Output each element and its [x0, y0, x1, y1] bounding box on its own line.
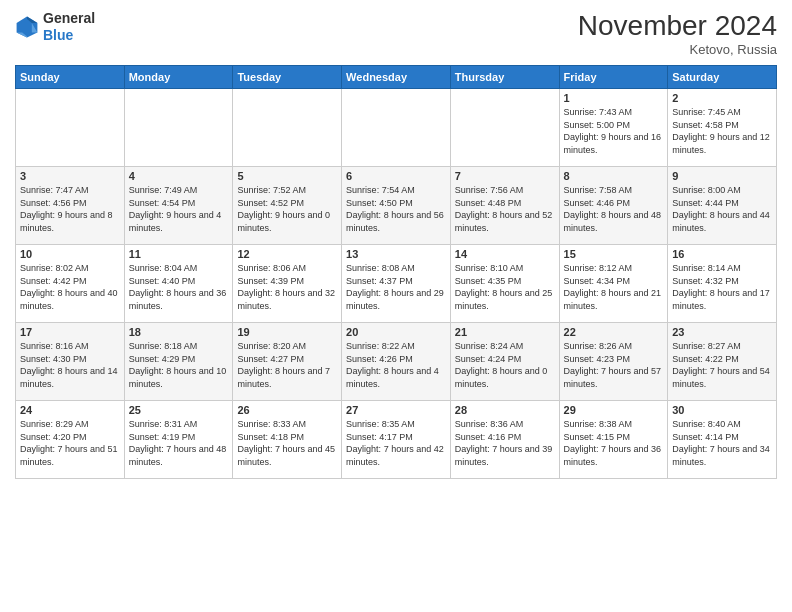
- day-info: Sunrise: 7:58 AM Sunset: 4:46 PM Dayligh…: [564, 184, 664, 234]
- calendar-cell: 19Sunrise: 8:20 AM Sunset: 4:27 PM Dayli…: [233, 323, 342, 401]
- logo: General Blue: [15, 10, 95, 44]
- week-row-1: 1Sunrise: 7:43 AM Sunset: 5:00 PM Daylig…: [16, 89, 777, 167]
- day-number: 8: [564, 170, 664, 182]
- calendar-cell: 7Sunrise: 7:56 AM Sunset: 4:48 PM Daylig…: [450, 167, 559, 245]
- calendar-cell: 14Sunrise: 8:10 AM Sunset: 4:35 PM Dayli…: [450, 245, 559, 323]
- day-info: Sunrise: 8:24 AM Sunset: 4:24 PM Dayligh…: [455, 340, 555, 390]
- day-info: Sunrise: 8:12 AM Sunset: 4:34 PM Dayligh…: [564, 262, 664, 312]
- calendar-cell: 10Sunrise: 8:02 AM Sunset: 4:42 PM Dayli…: [16, 245, 125, 323]
- calendar-cell: 18Sunrise: 8:18 AM Sunset: 4:29 PM Dayli…: [124, 323, 233, 401]
- day-number: 10: [20, 248, 120, 260]
- calendar-cell: [342, 89, 451, 167]
- day-info: Sunrise: 8:27 AM Sunset: 4:22 PM Dayligh…: [672, 340, 772, 390]
- calendar-cell: 27Sunrise: 8:35 AM Sunset: 4:17 PM Dayli…: [342, 401, 451, 479]
- calendar-cell: 22Sunrise: 8:26 AM Sunset: 4:23 PM Dayli…: [559, 323, 668, 401]
- header-wednesday: Wednesday: [342, 66, 451, 89]
- weekday-header-row: Sunday Monday Tuesday Wednesday Thursday…: [16, 66, 777, 89]
- day-info: Sunrise: 8:35 AM Sunset: 4:17 PM Dayligh…: [346, 418, 446, 468]
- week-row-4: 17Sunrise: 8:16 AM Sunset: 4:30 PM Dayli…: [16, 323, 777, 401]
- calendar: Sunday Monday Tuesday Wednesday Thursday…: [15, 65, 777, 479]
- day-info: Sunrise: 8:04 AM Sunset: 4:40 PM Dayligh…: [129, 262, 229, 312]
- day-info: Sunrise: 8:22 AM Sunset: 4:26 PM Dayligh…: [346, 340, 446, 390]
- calendar-cell: 5Sunrise: 7:52 AM Sunset: 4:52 PM Daylig…: [233, 167, 342, 245]
- day-info: Sunrise: 7:56 AM Sunset: 4:48 PM Dayligh…: [455, 184, 555, 234]
- week-row-5: 24Sunrise: 8:29 AM Sunset: 4:20 PM Dayli…: [16, 401, 777, 479]
- logo-general: General: [43, 10, 95, 27]
- calendar-cell: [450, 89, 559, 167]
- day-number: 17: [20, 326, 120, 338]
- day-number: 26: [237, 404, 337, 416]
- day-info: Sunrise: 8:20 AM Sunset: 4:27 PM Dayligh…: [237, 340, 337, 390]
- day-info: Sunrise: 8:29 AM Sunset: 4:20 PM Dayligh…: [20, 418, 120, 468]
- day-number: 19: [237, 326, 337, 338]
- day-info: Sunrise: 7:52 AM Sunset: 4:52 PM Dayligh…: [237, 184, 337, 234]
- calendar-cell: 24Sunrise: 8:29 AM Sunset: 4:20 PM Dayli…: [16, 401, 125, 479]
- day-number: 6: [346, 170, 446, 182]
- day-info: Sunrise: 8:26 AM Sunset: 4:23 PM Dayligh…: [564, 340, 664, 390]
- calendar-cell: 21Sunrise: 8:24 AM Sunset: 4:24 PM Dayli…: [450, 323, 559, 401]
- calendar-cell: 28Sunrise: 8:36 AM Sunset: 4:16 PM Dayli…: [450, 401, 559, 479]
- header-saturday: Saturday: [668, 66, 777, 89]
- day-info: Sunrise: 8:02 AM Sunset: 4:42 PM Dayligh…: [20, 262, 120, 312]
- week-row-3: 10Sunrise: 8:02 AM Sunset: 4:42 PM Dayli…: [16, 245, 777, 323]
- calendar-cell: 3Sunrise: 7:47 AM Sunset: 4:56 PM Daylig…: [16, 167, 125, 245]
- day-info: Sunrise: 7:49 AM Sunset: 4:54 PM Dayligh…: [129, 184, 229, 234]
- calendar-cell: 20Sunrise: 8:22 AM Sunset: 4:26 PM Dayli…: [342, 323, 451, 401]
- month-title: November 2024: [578, 10, 777, 42]
- day-number: 5: [237, 170, 337, 182]
- calendar-cell: [124, 89, 233, 167]
- day-number: 25: [129, 404, 229, 416]
- calendar-cell: 12Sunrise: 8:06 AM Sunset: 4:39 PM Dayli…: [233, 245, 342, 323]
- day-number: 29: [564, 404, 664, 416]
- calendar-cell: 17Sunrise: 8:16 AM Sunset: 4:30 PM Dayli…: [16, 323, 125, 401]
- calendar-cell: 1Sunrise: 7:43 AM Sunset: 5:00 PM Daylig…: [559, 89, 668, 167]
- day-info: Sunrise: 8:40 AM Sunset: 4:14 PM Dayligh…: [672, 418, 772, 468]
- calendar-cell: 29Sunrise: 8:38 AM Sunset: 4:15 PM Dayli…: [559, 401, 668, 479]
- day-info: Sunrise: 8:06 AM Sunset: 4:39 PM Dayligh…: [237, 262, 337, 312]
- day-number: 2: [672, 92, 772, 104]
- calendar-cell: 9Sunrise: 8:00 AM Sunset: 4:44 PM Daylig…: [668, 167, 777, 245]
- day-number: 22: [564, 326, 664, 338]
- day-info: Sunrise: 8:31 AM Sunset: 4:19 PM Dayligh…: [129, 418, 229, 468]
- day-number: 7: [455, 170, 555, 182]
- calendar-cell: 30Sunrise: 8:40 AM Sunset: 4:14 PM Dayli…: [668, 401, 777, 479]
- day-number: 18: [129, 326, 229, 338]
- day-info: Sunrise: 8:33 AM Sunset: 4:18 PM Dayligh…: [237, 418, 337, 468]
- day-info: Sunrise: 8:08 AM Sunset: 4:37 PM Dayligh…: [346, 262, 446, 312]
- day-info: Sunrise: 8:10 AM Sunset: 4:35 PM Dayligh…: [455, 262, 555, 312]
- day-info: Sunrise: 8:36 AM Sunset: 4:16 PM Dayligh…: [455, 418, 555, 468]
- calendar-cell: 15Sunrise: 8:12 AM Sunset: 4:34 PM Dayli…: [559, 245, 668, 323]
- day-info: Sunrise: 7:47 AM Sunset: 4:56 PM Dayligh…: [20, 184, 120, 234]
- day-info: Sunrise: 8:18 AM Sunset: 4:29 PM Dayligh…: [129, 340, 229, 390]
- logo-icon: [15, 15, 39, 39]
- day-number: 9: [672, 170, 772, 182]
- header-friday: Friday: [559, 66, 668, 89]
- day-info: Sunrise: 7:54 AM Sunset: 4:50 PM Dayligh…: [346, 184, 446, 234]
- calendar-cell: [233, 89, 342, 167]
- header-sunday: Sunday: [16, 66, 125, 89]
- header-tuesday: Tuesday: [233, 66, 342, 89]
- day-info: Sunrise: 8:14 AM Sunset: 4:32 PM Dayligh…: [672, 262, 772, 312]
- calendar-cell: [16, 89, 125, 167]
- day-number: 24: [20, 404, 120, 416]
- calendar-cell: 16Sunrise: 8:14 AM Sunset: 4:32 PM Dayli…: [668, 245, 777, 323]
- day-number: 28: [455, 404, 555, 416]
- header: General Blue November 2024 Ketovo, Russi…: [15, 10, 777, 57]
- week-row-2: 3Sunrise: 7:47 AM Sunset: 4:56 PM Daylig…: [16, 167, 777, 245]
- day-number: 23: [672, 326, 772, 338]
- calendar-cell: 6Sunrise: 7:54 AM Sunset: 4:50 PM Daylig…: [342, 167, 451, 245]
- day-number: 20: [346, 326, 446, 338]
- calendar-cell: 23Sunrise: 8:27 AM Sunset: 4:22 PM Dayli…: [668, 323, 777, 401]
- header-thursday: Thursday: [450, 66, 559, 89]
- calendar-cell: 26Sunrise: 8:33 AM Sunset: 4:18 PM Dayli…: [233, 401, 342, 479]
- day-number: 11: [129, 248, 229, 260]
- day-number: 15: [564, 248, 664, 260]
- day-number: 1: [564, 92, 664, 104]
- title-block: November 2024 Ketovo, Russia: [578, 10, 777, 57]
- header-monday: Monday: [124, 66, 233, 89]
- day-number: 14: [455, 248, 555, 260]
- location: Ketovo, Russia: [578, 42, 777, 57]
- day-number: 4: [129, 170, 229, 182]
- calendar-cell: 13Sunrise: 8:08 AM Sunset: 4:37 PM Dayli…: [342, 245, 451, 323]
- svg-marker-0: [17, 16, 38, 37]
